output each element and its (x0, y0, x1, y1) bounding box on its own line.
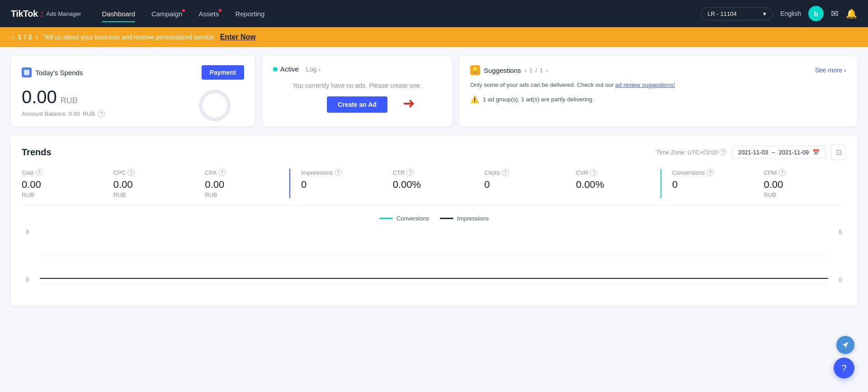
status-active: Active (273, 65, 299, 73)
suggestions-link[interactable]: ad review suggestions! (615, 81, 675, 88)
metric-cost: Cost ? 0.00 RUB (22, 169, 104, 198)
active-card: Active Log › You currently have no ads. … (262, 56, 452, 126)
assets-badge (218, 8, 222, 13)
suggestions-nav: ‹ 1 / 1 › (525, 67, 548, 74)
metric-cpc: CPC ? 0.00 RUB (104, 169, 196, 198)
trends-title: Trends (22, 147, 52, 158)
trends-header: Trends Time Zone: UTC+03:00 ? 2021-11-03… (22, 144, 846, 160)
y-axis-right: 6 0 (839, 229, 842, 283)
status-label: Active (280, 65, 299, 73)
export-button[interactable]: ⊡ (831, 144, 846, 160)
language-button[interactable]: English (780, 10, 801, 17)
spends-title: Today's Spends (35, 69, 83, 76)
no-ads-text: You currently have no ads. Please create… (273, 82, 441, 89)
suggestions-page-total: 1 (540, 67, 543, 74)
bell-icon[interactable]: 🔔 (846, 8, 857, 19)
nav-item-dashboard[interactable]: Dashboard (96, 6, 142, 21)
warning-row: ⚠️ 1 ad group(s), 1 ad(s) are partly del… (470, 95, 846, 104)
calendar-icon: 📅 (812, 149, 820, 156)
chart-svg (40, 229, 828, 283)
date-range-picker[interactable]: 2021-11-03 ~ 2021-11-09 📅 (732, 146, 826, 159)
suggestions-card: 💡 Suggestions ‹ 1 / 1 › See more › Onl (459, 56, 857, 126)
chart-svg-area (40, 229, 828, 283)
balance-label: Account Balance (22, 110, 66, 117)
legend-teal-line (379, 218, 393, 219)
svg-rect-0 (24, 70, 29, 75)
nav-item-campaign[interactable]: Campaign (145, 6, 189, 21)
cpa-info-icon[interactable]: ? (218, 169, 226, 176)
spends-icon (22, 67, 32, 77)
nav-item-reporting[interactable]: Reporting (229, 6, 271, 21)
suggestions-prev-icon[interactable]: ‹ (525, 67, 527, 74)
metric-cvr: CVR ? 0.00% (567, 169, 659, 198)
announcement-text: Tell us about your business and receive … (43, 33, 216, 41)
account-selector[interactable]: LR - 11104 ▾ (701, 7, 773, 20)
balance-currency: RUB (83, 110, 95, 117)
see-more-link[interactable]: See more › (815, 67, 846, 74)
top-nav: TikTok: Ads Manager Dashboard Campaign A… (0, 0, 868, 27)
metric-clicks: Clicks ? 0 (475, 169, 567, 198)
conversions-info-icon[interactable]: ? (707, 169, 714, 176)
clicks-info-icon[interactable]: ? (502, 169, 509, 176)
timezone-info-icon[interactable]: ? (719, 148, 726, 156)
avatar[interactable]: b (808, 6, 824, 21)
cost-info-icon[interactable]: ? (36, 169, 43, 176)
suggestions-title-row: 💡 Suggestions ‹ 1 / 1 › (470, 65, 547, 75)
logo-tiktok-text: TikTok (11, 9, 38, 19)
nav-items: Dashboard Campaign Assets Reporting (96, 6, 686, 21)
cpm-info-icon[interactable]: ? (778, 169, 786, 176)
campaign-badge (181, 8, 186, 13)
announcement-page-separator: / (24, 33, 26, 41)
spends-title-row: Today's Spends (22, 67, 83, 77)
impressions-info-icon[interactable]: ? (335, 169, 342, 176)
create-ad-button[interactable]: Create an Ad (327, 96, 387, 113)
active-card-header: Active Log › (273, 65, 441, 73)
warning-text: 1 ad group(s), 1 ad(s) are partly delive… (483, 96, 594, 103)
suggestions-next-icon[interactable]: › (546, 67, 547, 74)
suggestions-title: Suggestions (484, 67, 521, 74)
chevron-down-icon: ▾ (763, 10, 766, 17)
logo[interactable]: TikTok: Ads Manager (11, 9, 81, 19)
donut-chart (199, 90, 231, 121)
balance-info-icon[interactable]: ? (98, 110, 105, 117)
announcement-nav: ‹ 1 / 2 › (11, 33, 39, 41)
metric-impressions: Impressions ? 0 (292, 169, 384, 198)
mail-icon[interactable]: ✉ (831, 8, 839, 19)
trends-controls: Time Zone: UTC+03:00 ? 2021-11-03 ~ 2021… (656, 144, 846, 160)
chart-legend: Conversions Impressions (22, 215, 846, 222)
nav-item-assets[interactable]: Assets (192, 6, 225, 21)
log-link[interactable]: Log › (306, 66, 321, 73)
logo-sub-text: Ads Manager (46, 10, 81, 17)
legend-dark-line (440, 218, 453, 219)
metric-ctr: CTR ? 0.00% (384, 169, 476, 198)
spends-body: 0.00 RUB Account Balance 0.00 RUB ? (22, 87, 244, 117)
active-dot (273, 67, 278, 72)
cpc-info-icon[interactable]: ? (127, 169, 135, 176)
spends-card-header: Today's Spends Payment (22, 65, 244, 80)
metric-conversions: Conversions ? 0 (663, 169, 755, 198)
metrics-row: Cost ? 0.00 RUB CPC ? 0.00 RUB CPA ? (22, 169, 846, 206)
announcement-next-button[interactable]: › (35, 33, 39, 41)
trends-section: Trends Time Zone: UTC+03:00 ? 2021-11-03… (11, 135, 857, 306)
announcement-link[interactable]: Enter Now (220, 33, 256, 41)
spend-currency: RUB (61, 96, 78, 105)
balance-value: 0.00 (69, 110, 80, 117)
ctr-info-icon[interactable]: ? (406, 169, 414, 176)
create-ad-wrapper: ➜ Create an Ad (273, 96, 441, 113)
suggestions-header: 💡 Suggestions ‹ 1 / 1 › See more › (470, 65, 846, 75)
suggestions-page-sep: / (535, 67, 537, 74)
see-more-chevron-icon: › (844, 67, 846, 74)
suggestions-body: Only some of your ads can be delivered. … (470, 81, 846, 90)
metric-cpa: CPA ? 0.00 RUB (196, 169, 288, 198)
cards-row: Today's Spends Payment 0.00 RUB Account … (11, 56, 857, 126)
suggestions-page-current: 1 (529, 67, 533, 74)
cvr-info-icon[interactable]: ? (590, 169, 597, 176)
payment-button[interactable]: Payment (202, 65, 244, 80)
announcement-bar: ‹ 1 / 2 › Tell us about your business an… (0, 27, 868, 47)
y-axis-left: 6 0 (26, 229, 29, 283)
announcement-prev-button[interactable]: ‹ (11, 33, 15, 41)
metric-divider-teal (660, 169, 661, 198)
spend-amount: 0.00 (22, 87, 57, 107)
metric-cpm: CPM ? 0.00 RUB (755, 169, 846, 198)
main-content: Today's Spends Payment 0.00 RUB Account … (0, 47, 868, 315)
